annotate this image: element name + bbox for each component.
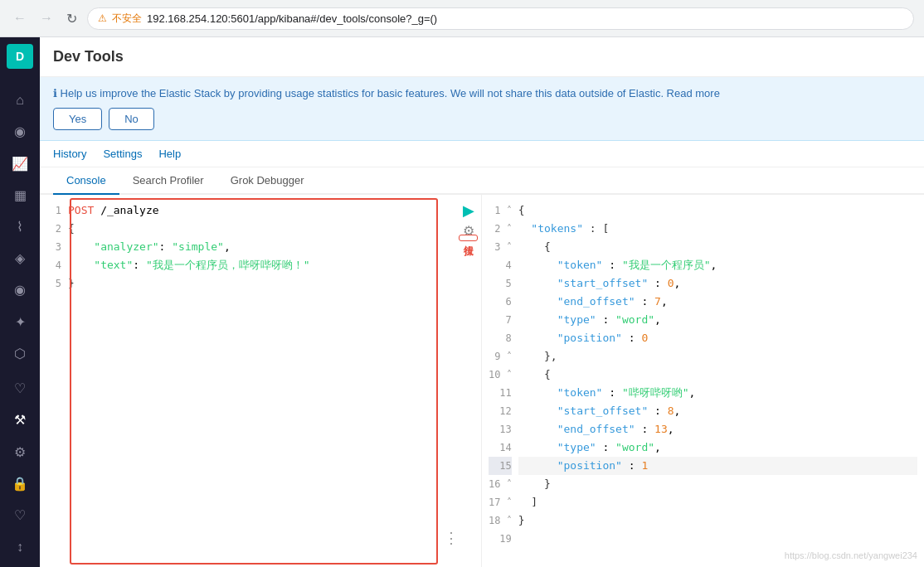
- reload-button[interactable]: ↻: [63, 7, 80, 30]
- code-editor[interactable]: 1 2 3 4 5 POST /_analyze: [40, 195, 481, 567]
- sidebar-graph-icon[interactable]: ⬡: [5, 339, 35, 367]
- close-brace: }: [68, 274, 75, 293]
- tab-search-profiler[interactable]: Search Profiler: [119, 167, 217, 195]
- analyzer-key: "analyzer": [94, 238, 158, 256]
- security-warning-icon: ⚠: [98, 12, 107, 24]
- app-header: Dev Tools: [40, 37, 924, 77]
- left-nav: D ⌂ ◉ 📈 ▦ ⌇ ◈ ◉ ✦ ⬡ ♡ ⚒ ⚙ 🔒 ♡ ↕: [0, 37, 40, 567]
- editor-area: 1 2 3 4 5 POST /_analyze: [40, 195, 924, 567]
- sidebar-home-icon[interactable]: ⌂: [5, 85, 35, 114]
- yes-button[interactable]: Yes: [53, 108, 102, 130]
- line-num-3: 3: [46, 238, 61, 256]
- output-lines: 1 ˄ 2 ˄ 3 ˄ 4 5 6 7 8 9 ˄ 10 ˄ 11: [482, 195, 924, 555]
- out-line-num-13: 13: [489, 420, 512, 439]
- out-line-14: "type" : "word",: [518, 439, 917, 457]
- out-line-9: },: [518, 347, 917, 366]
- resize-handle[interactable]: ⋮: [444, 529, 459, 547]
- help-menu-item[interactable]: Help: [158, 148, 181, 160]
- open-brace: {: [68, 220, 75, 238]
- out-line-15: "position" : 1: [518, 457, 917, 475]
- analyzer-value: "simple": [172, 238, 224, 256]
- out-line-num-9: 9 ˄: [489, 347, 512, 366]
- run-button[interactable]: ▶: [463, 201, 474, 220]
- out-line-num-19: 19: [489, 530, 512, 548]
- out-line-num-10: 10 ˄: [489, 366, 512, 384]
- code-line-3: "analyzer": "simple",: [68, 238, 474, 256]
- sidebar-bottom-icon[interactable]: ↕: [5, 533, 35, 561]
- out-line-num-1: 1 ˄: [489, 201, 512, 220]
- page-title: Dev Tools: [53, 48, 124, 65]
- out-line-num-17: 17 ˄: [489, 493, 512, 511]
- out-line-num-4: 4: [489, 256, 512, 274]
- back-button[interactable]: ←: [10, 7, 30, 29]
- sidebar-visualize-icon[interactable]: 📈: [5, 149, 35, 177]
- sidebar-discover-icon[interactable]: ◉: [5, 118, 35, 146]
- out-line-2: "tokens" : [: [518, 220, 917, 238]
- out-line-num-7: 7: [489, 311, 512, 329]
- sidebar-maps-icon[interactable]: ◈: [5, 245, 35, 273]
- watermark: https://blog.csdn.net/yangwei234: [785, 550, 917, 560]
- out-line-18: }: [518, 511, 917, 530]
- code-content: POST /_analyze { "analyzer": "simple",: [65, 195, 481, 299]
- text-key: "text": [94, 256, 133, 274]
- out-line-3: {: [518, 238, 917, 256]
- history-menu-item[interactable]: History: [53, 148, 86, 160]
- right-output-panel: 1 ˄ 2 ˄ 3 ˄ 4 5 6 7 8 9 ˄ 10 ˄ 11: [482, 195, 924, 567]
- sidebar-ml-icon[interactable]: ✦: [5, 308, 35, 336]
- out-line-19: [518, 530, 917, 548]
- out-line-11: "token" : "哔呀哔呀哟",: [518, 384, 917, 402]
- tabs-bar: Console Search Profiler Grok Debugger: [40, 167, 924, 195]
- code-line-2: {: [68, 220, 474, 238]
- out-line-7: "type" : "word",: [518, 311, 917, 329]
- out-line-num-11: 11: [489, 384, 512, 402]
- main-content: Dev Tools ℹ Help us improve the Elastic …: [40, 37, 924, 567]
- menu-bar: History Settings Help: [40, 141, 924, 167]
- line-num-2: 2: [46, 220, 61, 238]
- sidebar-management-icon[interactable]: ⚙: [5, 438, 35, 466]
- method-keyword: POST: [68, 201, 94, 220]
- out-line-num-18: 18 ˄: [489, 511, 512, 530]
- sidebar-apm-icon[interactable]: ◉: [5, 276, 35, 304]
- execute-label: 执行按钮: [459, 235, 478, 241]
- banner-text: ℹ Help us improve the Elastic Stack by p…: [53, 87, 911, 99]
- out-line-10: {: [518, 366, 917, 384]
- sidebar-monitoring-icon[interactable]: ♡: [5, 375, 35, 403]
- path-text: /_analyze: [94, 201, 158, 220]
- out-line-num-14: 14: [489, 439, 512, 457]
- out-line-num-16: 16 ˄: [489, 475, 512, 493]
- out-line-num-2: 2 ˄: [489, 220, 512, 238]
- address-bar[interactable]: ⚠ 不安全 192.168.254.120:5601/app/kibana#/d…: [87, 7, 914, 30]
- banner-buttons: Yes No: [53, 108, 911, 130]
- code-line-4: "text": "我是一个程序员，哔呀哔呀哟！": [68, 256, 474, 274]
- code-line-1: POST /_analyze: [68, 201, 474, 220]
- url-display: 192.168.254.120:5601/app/kibana#/dev_too…: [147, 12, 437, 25]
- output-text-content: { "tokens" : [ { "token" : "我是一个程序员", "s…: [515, 195, 924, 555]
- line-num-4: 4: [46, 256, 61, 274]
- browser-chrome: ← → ↻ ⚠ 不安全 192.168.254.120:5601/app/kib…: [0, 0, 924, 37]
- out-line-4: "token" : "我是一个程序员",: [518, 256, 917, 274]
- sidebar-devtools-icon[interactable]: ⚒: [5, 406, 35, 434]
- out-line-num-5: 5: [489, 274, 512, 293]
- tab-grok-debugger[interactable]: Grok Debugger: [217, 167, 318, 195]
- sidebar-dashboard-icon[interactable]: ▦: [5, 181, 35, 209]
- out-line-8: "position" : 0: [518, 329, 917, 347]
- out-line-17: ]: [518, 493, 917, 511]
- sidebar-lock-icon[interactable]: 🔒: [5, 469, 35, 497]
- info-banner: ℹ Help us improve the Elastic Stack by p…: [40, 77, 924, 141]
- tab-console[interactable]: Console: [53, 167, 119, 195]
- out-line-num-8: 8: [489, 329, 512, 347]
- forward-button[interactable]: →: [36, 7, 56, 29]
- sidebar-timelion-icon[interactable]: ⌇: [5, 212, 35, 240]
- sidebar-alerts-icon[interactable]: ♡: [5, 501, 35, 529]
- no-button[interactable]: No: [109, 108, 154, 130]
- line-numbers: 1 2 3 4 5: [40, 195, 65, 299]
- action-buttons: ▶ ⚙: [463, 201, 474, 239]
- code-line-5: }: [68, 274, 474, 293]
- code-lines: 1 2 3 4 5 POST /_analyze: [40, 195, 481, 299]
- browser-toolbar: ← → ↻ ⚠ 不安全 192.168.254.120:5601/app/kib…: [0, 0, 924, 36]
- settings-menu-item[interactable]: Settings: [103, 148, 142, 160]
- app-logo[interactable]: D: [7, 44, 33, 69]
- out-line-1: {: [518, 201, 917, 220]
- output-content: 1 ˄ 2 ˄ 3 ˄ 4 5 6 7 8 9 ˄ 10 ˄ 11: [482, 195, 924, 555]
- out-line-13: "end_offset" : 13,: [518, 420, 917, 439]
